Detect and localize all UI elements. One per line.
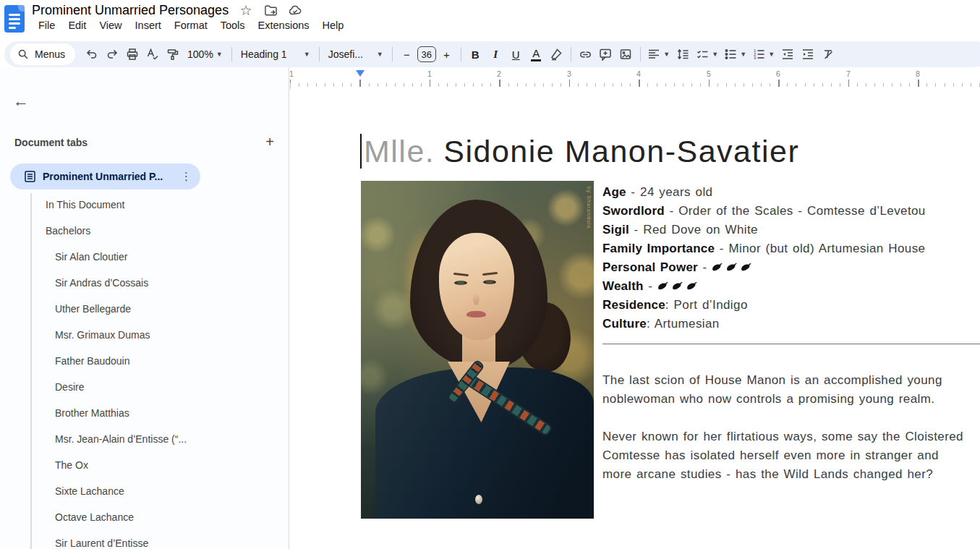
paint-format-icon[interactable] xyxy=(163,45,182,64)
underline-button[interactable]: U xyxy=(506,45,526,64)
outline-item[interactable]: Sir Laurent d’Entisse xyxy=(0,530,289,549)
add-comment-icon[interactable] xyxy=(596,45,615,64)
document-page[interactable]: Mlle.Sidonie Manon-Savatier by Sharandul… xyxy=(290,89,980,549)
menu-format[interactable]: Format xyxy=(168,18,214,33)
paragraph-style-select[interactable]: Heading 1 ▼ xyxy=(237,45,315,64)
menu-tools[interactable]: Tools xyxy=(214,18,252,33)
portrait-nose xyxy=(473,292,480,305)
menus-search-button[interactable]: Menus xyxy=(10,43,75,65)
info-row-age: Age - 24 years old xyxy=(602,183,926,202)
italic-button[interactable]: I xyxy=(486,45,506,64)
increase-indent-icon[interactable] xyxy=(798,45,818,64)
checklist-icon[interactable]: ▼ xyxy=(694,45,721,64)
bold-button[interactable]: B xyxy=(466,45,485,64)
horizontal-ruler[interactable]: 1 1 2 3 4 5 6 7 8 xyxy=(290,69,980,89)
pepper-icon xyxy=(712,263,724,272)
numbered-list-icon[interactable]: 1 2 3 ▼ xyxy=(750,45,777,64)
decrease-indent-icon[interactable] xyxy=(778,45,798,64)
character-info-block[interactable]: Age - 24 years old Swordlord - Order of … xyxy=(602,183,926,333)
clear-formatting-icon[interactable] xyxy=(819,45,838,64)
chevron-down-icon: ▼ xyxy=(768,51,775,58)
outline-item[interactable]: The Ox xyxy=(0,452,289,478)
horizontal-divider xyxy=(602,344,980,344)
zoom-select[interactable]: 100% ▼ xyxy=(183,45,227,64)
back-arrow-button[interactable]: ← xyxy=(13,93,29,109)
print-icon[interactable] xyxy=(122,45,142,64)
menu-extensions[interactable]: Extensions xyxy=(252,18,316,33)
decrease-font-size-button[interactable]: − xyxy=(397,45,417,64)
menu-help[interactable]: Help xyxy=(316,18,351,33)
portrait-eye xyxy=(454,281,467,285)
outline-item[interactable]: Msr. Jean-Alain d’Entisse (“... xyxy=(0,426,289,452)
outline-item[interactable]: Octave Lachance xyxy=(0,504,289,530)
menus-label: Menus xyxy=(35,48,65,60)
outline-item[interactable]: Sir Alan Cloutier xyxy=(0,244,289,270)
svg-text:3: 3 xyxy=(754,56,757,60)
info-row-wealth: Wealth - xyxy=(602,277,926,296)
paragraph[interactable]: Never known for her flirtatious ways, so… xyxy=(602,427,970,484)
toolbar-divider xyxy=(231,47,232,61)
google-docs-logo-icon[interactable] xyxy=(4,5,25,33)
pepper-icon xyxy=(686,281,699,291)
ruler-number: 6 xyxy=(774,69,783,78)
portrait-brow xyxy=(482,272,498,276)
undo-button[interactable] xyxy=(82,45,101,64)
chevron-down-icon: ▼ xyxy=(377,51,383,58)
toolbar-divider xyxy=(319,47,320,61)
toolbar-divider xyxy=(571,47,571,61)
outline-item[interactable]: In This Document xyxy=(0,192,289,218)
font-family-select[interactable]: Josefi... ▼ xyxy=(324,45,388,64)
menubar: File Edit View Insert Format Tools Exten… xyxy=(32,18,350,33)
line-spacing-icon[interactable] xyxy=(673,45,693,64)
align-icon[interactable]: ▼ xyxy=(645,45,673,64)
outline-item[interactable]: Father Baudouin xyxy=(0,348,289,374)
outline-item[interactable]: Desire xyxy=(0,374,289,400)
menu-file[interactable]: File xyxy=(32,18,61,33)
portrait-pendant xyxy=(475,495,482,504)
portrait-image[interactable]: by Sharandula xyxy=(361,181,594,519)
outline-item[interactable]: Sir Andras d’Cossais xyxy=(0,270,289,296)
outline-item[interactable]: Bachelors xyxy=(0,218,289,244)
style-value: Heading 1 xyxy=(241,48,287,60)
chevron-down-icon: ▼ xyxy=(712,51,718,58)
logo-fold xyxy=(18,5,25,12)
document-tab-icon xyxy=(25,171,35,182)
active-document-tab[interactable]: Prominent Unmarried P... ⋮ xyxy=(10,163,200,190)
highlight-color-icon[interactable] xyxy=(547,45,566,64)
document-tabs-sidebar: ← Document tabs + Prominent Unmarried P.… xyxy=(0,67,289,549)
pepper-icon xyxy=(672,281,684,291)
increase-font-size-button[interactable]: + xyxy=(437,45,456,64)
document-heading[interactable]: Mlle.Sidonie Manon-Savatier xyxy=(360,132,799,170)
add-tab-button[interactable]: + xyxy=(265,134,274,150)
document-outline: In This Document Bachelors Sir Alan Clou… xyxy=(0,192,289,549)
move-folder-icon[interactable] xyxy=(263,3,278,17)
document-title[interactable]: Prominent Unmarried Personages xyxy=(32,3,229,18)
star-icon[interactable]: ☆ xyxy=(239,3,253,17)
indent-marker[interactable] xyxy=(356,70,365,77)
ruler-number: 3 xyxy=(565,69,574,78)
heading-prefix: Mlle. xyxy=(364,134,435,169)
outline-item[interactable]: Uther Bellegarde xyxy=(0,296,289,322)
bulleted-list-icon[interactable]: ▼ xyxy=(722,45,749,64)
text-color-button[interactable]: A xyxy=(527,45,546,64)
insert-image-icon[interactable] xyxy=(616,45,636,64)
cloud-saved-icon[interactable] xyxy=(288,3,302,17)
outline-item[interactable]: Msr. Grimaux Dumas xyxy=(0,322,289,348)
font-value: Josefi... xyxy=(328,48,363,60)
chevron-down-icon: ▼ xyxy=(216,51,223,58)
toolbar: Menus 100% ▼ Heading 1 ▼ xyxy=(4,41,980,67)
redo-button[interactable] xyxy=(102,45,122,64)
paragraph[interactable]: The last scion of House Manon is an acco… xyxy=(602,371,970,409)
tab-options-kebab-icon[interactable]: ⋮ xyxy=(181,170,192,183)
chevron-down-icon: ▼ xyxy=(740,51,746,58)
ruler-number: 1 xyxy=(425,69,434,78)
menu-insert[interactable]: Insert xyxy=(129,18,168,33)
outline-item[interactable]: Brother Matthias xyxy=(0,400,289,426)
font-size-input[interactable]: 36 xyxy=(417,46,436,62)
spellcheck-icon[interactable] xyxy=(142,45,162,64)
menu-view[interactable]: View xyxy=(93,18,128,33)
insert-link-icon[interactable] xyxy=(576,45,595,64)
outline-item[interactable]: Sixte Lachance xyxy=(0,478,289,504)
ruler-number: 4 xyxy=(634,69,643,78)
menu-edit[interactable]: Edit xyxy=(61,18,93,33)
